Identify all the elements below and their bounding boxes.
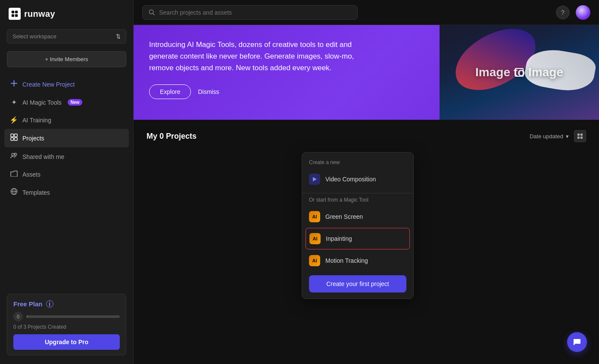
banner-left: Introducing AI Magic Tools, dozens of cr… <box>134 25 440 120</box>
sidebar-item-projects[interactable]: Projects <box>4 129 129 147</box>
workspace-arrows-icon: ⇅ <box>116 33 121 40</box>
free-plan-text: Free Plan <box>13 300 43 308</box>
invite-members-button[interactable]: + Invite Members <box>7 51 126 67</box>
sidebar-item-create-new-project[interactable]: Create New Project <box>4 75 129 93</box>
avatar[interactable] <box>576 5 590 20</box>
grid-icon <box>577 133 583 139</box>
sort-chevron-icon: ▾ <box>566 133 569 140</box>
new-badge: New <box>68 99 83 106</box>
sidebar-item-templates[interactable]: Templates <box>4 183 129 202</box>
sparkle-icon: ✦ <box>9 98 18 106</box>
progress-number: 0 <box>13 312 23 321</box>
projects-icon <box>9 134 18 143</box>
workspace-selector[interactable]: Select workspace ⇅ <box>7 29 126 44</box>
plus-icon <box>9 80 18 89</box>
chat-icon <box>573 338 581 346</box>
banner-actions: Explore Dismiss <box>149 84 424 99</box>
dropdown-section-2-label: Or start from a Magic Tool <box>302 197 413 206</box>
templates-label: Templates <box>22 189 50 196</box>
dismiss-button[interactable]: Dismiss <box>198 88 219 95</box>
ai-training-label: AI Training <box>22 117 51 124</box>
projects-count: 0 of 3 Projects Created <box>13 324 120 330</box>
svg-point-10 <box>12 153 14 156</box>
svg-rect-2 <box>12 14 14 17</box>
dropdown-item-motion-tracking[interactable]: AI Motion Tracking <box>302 250 413 271</box>
svg-rect-0 <box>12 11 14 13</box>
topbar-right: ? <box>556 5 590 20</box>
inpainting-label: Inpainting <box>326 235 352 242</box>
logo[interactable]: runway <box>0 0 133 26</box>
svg-rect-6 <box>11 134 14 137</box>
dropdown-item-green-screen[interactable]: AI Green Screen <box>302 206 413 227</box>
svg-rect-8 <box>11 138 14 141</box>
folder-icon <box>9 171 18 178</box>
help-button[interactable]: ? <box>556 6 570 19</box>
svg-rect-5 <box>11 83 17 84</box>
chat-bubble-button[interactable] <box>567 332 587 352</box>
video-composition-label: Video Composition <box>325 176 376 183</box>
svg-rect-20 <box>580 137 583 139</box>
ai-icon-inpainting: AI <box>309 233 321 244</box>
sidebar-item-ai-training[interactable]: ⚡ AI Training <box>4 111 129 129</box>
svg-rect-18 <box>580 134 583 136</box>
green-screen-label: Green Screen <box>325 213 363 220</box>
projects-header: My 0 Projects Date updated ▾ <box>147 130 586 142</box>
globe-icon <box>9 188 18 197</box>
topbar: ? <box>134 0 599 25</box>
projects-controls: Date updated ▾ <box>530 130 586 142</box>
progress-fill <box>26 315 28 318</box>
grid-view-button[interactable] <box>574 130 586 142</box>
dropdown-item-inpainting[interactable]: AI Inpainting <box>306 228 410 249</box>
svg-rect-19 <box>577 137 580 139</box>
avatar-image <box>576 5 590 20</box>
question-mark-icon: ? <box>561 9 565 16</box>
sidebar-nav: Create New Project ✦ AI Magic Tools New … <box>0 72 133 288</box>
svg-rect-1 <box>15 11 18 13</box>
projects-label: Projects <box>22 135 44 142</box>
ai-icon-green-screen: AI <box>309 211 320 222</box>
svg-rect-3 <box>15 14 18 17</box>
dropdown-divider <box>302 193 413 193</box>
dropdown-section-1-label: Create a new <box>302 159 413 169</box>
create-new-project-label: Create New Project <box>22 81 75 88</box>
logo-icon <box>9 8 21 20</box>
banner-image: Image to Image <box>440 25 599 120</box>
search-input[interactable] <box>159 9 351 16</box>
progress-bar <box>26 315 120 318</box>
info-icon[interactable]: i <box>46 300 53 308</box>
motion-tracking-label: Motion Tracking <box>325 257 368 264</box>
banner-right: Image to Image <box>440 25 599 120</box>
sidebar-item-ai-magic-tools[interactable]: ✦ AI Magic Tools New <box>4 93 129 111</box>
create-dropdown: Create a new Video Composition Or start … <box>302 152 414 299</box>
explore-button[interactable]: Explore <box>149 84 191 99</box>
bolt-icon: ⚡ <box>9 116 18 124</box>
sidebar-item-shared-with-me[interactable]: Shared with me <box>4 147 129 166</box>
upgrade-to-pro-button[interactable]: Upgrade to Pro <box>13 334 120 350</box>
search-box[interactable] <box>142 5 358 20</box>
svg-rect-7 <box>14 134 17 137</box>
date-sort-button[interactable]: Date updated ▾ <box>530 133 569 140</box>
dropdown-item-video-composition[interactable]: Video Composition <box>302 169 413 190</box>
sort-label: Date updated <box>530 133 563 140</box>
sidebar-bottom: Free Plan i 0 0 of 3 Projects Created Up… <box>0 288 133 364</box>
ai-icon-motion-tracking: AI <box>309 255 320 266</box>
shared-with-me-label: Shared with me <box>22 153 64 160</box>
free-plan-label: Free Plan i <box>13 300 120 308</box>
main-content: Introducing AI Magic Tools, dozens of cr… <box>134 25 599 364</box>
svg-rect-17 <box>577 134 580 136</box>
assets-label: Assets <box>22 171 41 178</box>
svg-line-16 <box>153 13 154 15</box>
banner: Introducing AI Magic Tools, dozens of cr… <box>134 25 599 120</box>
svg-rect-9 <box>14 138 17 141</box>
workspace-label: Select workspace <box>12 33 56 40</box>
projects-title: My 0 Projects <box>147 132 197 141</box>
banner-text: Introducing AI Magic Tools, dozens of cr… <box>149 39 356 74</box>
svg-marker-21 <box>313 177 317 181</box>
create-your-first-project-button[interactable]: Create your first project <box>309 275 406 292</box>
progress-row: 0 <box>13 312 120 321</box>
cursor-icon <box>515 68 524 77</box>
ai-magic-tools-label: AI Magic Tools <box>22 99 62 106</box>
sidebar-item-assets[interactable]: Assets <box>4 166 129 183</box>
logo-text: runway <box>24 9 55 19</box>
svg-point-11 <box>14 153 16 156</box>
